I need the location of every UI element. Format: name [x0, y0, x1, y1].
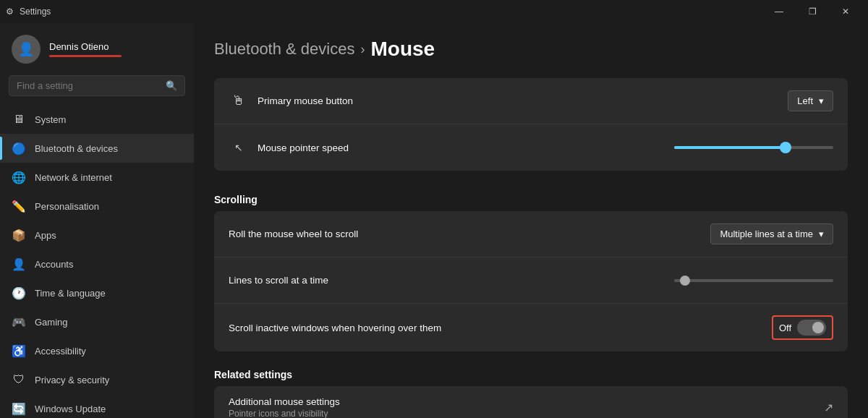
- avatar: 👤: [12, 35, 41, 64]
- gaming-icon: 🎮: [12, 315, 26, 329]
- sidebar-item-label: Apps: [35, 230, 56, 241]
- inactive-scroll-label: Scroll inactive windows when hovering ov…: [229, 323, 772, 333]
- sidebar-item-label: Windows Update: [35, 404, 106, 414]
- scrolling-section: Roll the mouse wheel to scroll Multiple …: [214, 211, 848, 351]
- breadcrumb-parent: Bluetooth & devices: [214, 40, 354, 59]
- chevron-down-icon: ▾: [819, 229, 824, 239]
- pointer-speed-slider[interactable]: [674, 146, 833, 149]
- additional-mouse-text: Additional mouse settings Pointer icons …: [229, 396, 824, 418]
- sidebar: 👤 Dennis Otieno 🔍 🖥 System 🔵 Bluetooth &…: [0, 23, 194, 418]
- maximize-button[interactable]: ❐: [796, 0, 829, 23]
- external-link-icon[interactable]: ↗: [824, 401, 833, 414]
- content-area: Bluetooth & devices › Mouse 🖱 Primary mo…: [194, 23, 868, 418]
- sidebar-item-personalisation[interactable]: ✏️ Personalisation: [0, 192, 194, 221]
- sidebar-item-label: Network & internet: [35, 172, 112, 183]
- related-settings-title: Related settings: [214, 360, 848, 386]
- search-box[interactable]: 🔍: [9, 75, 185, 96]
- sidebar-item-label: Bluetooth & devices: [35, 143, 118, 154]
- sidebar-item-label: Accessibility: [35, 346, 86, 357]
- red-arrow: [783, 348, 841, 351]
- scrolling-section-title: Scrolling: [214, 179, 848, 211]
- primary-button-dropdown[interactable]: Left ▾: [788, 90, 833, 111]
- close-button[interactable]: ✕: [829, 0, 862, 23]
- sidebar-item-label: Time & language: [35, 288, 106, 299]
- scroll-mode-label: Roll the mouse wheel to scroll: [229, 229, 710, 239]
- update-icon: 🔄: [12, 401, 26, 416]
- scroll-mode-row: Roll the mouse wheel to scroll Multiple …: [214, 211, 848, 257]
- system-icon: 🖥: [12, 112, 26, 127]
- app-title: Settings: [20, 7, 51, 17]
- additional-mouse-row: Additional mouse settings Pointer icons …: [214, 386, 848, 418]
- sidebar-item-apps[interactable]: 📦 Apps: [0, 221, 194, 249]
- sidebar-item-network[interactable]: 🌐 Network & internet: [0, 163, 194, 192]
- inactive-scroll-toggle-container: Off: [772, 315, 833, 340]
- related-settings-section: Additional mouse settings Pointer icons …: [214, 386, 848, 418]
- sidebar-item-system[interactable]: 🖥 System: [0, 105, 194, 134]
- sidebar-item-label: Personalisation: [35, 201, 99, 212]
- app-body: 👤 Dennis Otieno 🔍 🖥 System 🔵 Bluetooth &…: [0, 23, 868, 418]
- breadcrumb-separator: ›: [360, 42, 365, 57]
- inactive-scroll-control: Off: [772, 315, 833, 340]
- avatar-icon: 👤: [18, 41, 34, 57]
- primary-button-control: Left ▾: [788, 90, 833, 111]
- pointer-speed-row: ↖ Mouse pointer speed: [214, 124, 848, 171]
- inactive-scroll-row: Scroll inactive windows when hovering ov…: [214, 304, 848, 351]
- inactive-scroll-toggle[interactable]: [797, 320, 826, 336]
- sidebar-item-label: Gaming: [35, 317, 68, 328]
- sidebar-item-label: System: [35, 114, 66, 125]
- bluetooth-icon: 🔵: [12, 141, 26, 155]
- lines-scroll-slider[interactable]: [674, 279, 833, 282]
- primary-mouse-button-row: 🖱 Primary mouse button Left ▾: [214, 78, 848, 124]
- primary-button-label: Primary mouse button: [249, 95, 788, 106]
- additional-mouse-subtitle: Pointer icons and visibility: [229, 409, 824, 418]
- breadcrumb: Bluetooth & devices › Mouse: [214, 38, 848, 61]
- search-icon: 🔍: [166, 80, 177, 91]
- pointer-icon: ↖: [229, 142, 249, 153]
- sidebar-item-label: Privacy & security: [35, 375, 109, 385]
- sidebar-item-time[interactable]: 🕐 Time & language: [0, 278, 194, 307]
- sidebar-item-privacy[interactable]: 🛡 Privacy & security: [0, 365, 194, 394]
- titlebar-left: ⚙ Settings: [6, 7, 51, 17]
- primary-button-value: Left: [797, 95, 813, 106]
- scroll-mode-dropdown[interactable]: Multiple lines at a time ▾: [710, 223, 833, 244]
- lines-scroll-control: [674, 279, 833, 282]
- pointer-speed-label: Mouse pointer speed: [249, 142, 674, 153]
- lines-scroll-row: Lines to scroll at a time: [214, 257, 848, 304]
- accessibility-icon: ♿: [12, 344, 26, 358]
- sidebar-item-bluetooth[interactable]: 🔵 Bluetooth & devices: [0, 134, 194, 163]
- privacy-icon: 🛡: [12, 372, 26, 387]
- minimize-button[interactable]: —: [762, 0, 796, 23]
- toggle-knob: [812, 322, 824, 333]
- sidebar-item-label: Accounts: [35, 259, 73, 270]
- settings-icon: ⚙: [6, 7, 14, 17]
- lines-scroll-label: Lines to scroll at a time: [229, 275, 674, 286]
- apps-icon: 📦: [12, 228, 26, 242]
- pointer-speed-control: [674, 146, 833, 149]
- toggle-off-label: Off: [779, 323, 791, 333]
- search-input[interactable]: [17, 80, 160, 91]
- personalisation-icon: ✏️: [12, 199, 26, 213]
- scroll-mode-value: Multiple lines at a time: [720, 229, 813, 239]
- scroll-mode-control: Multiple lines at a time ▾: [710, 223, 833, 244]
- user-section: 👤 Dennis Otieno: [0, 23, 194, 69]
- chevron-down-icon: ▾: [819, 95, 824, 106]
- sidebar-item-gaming[interactable]: 🎮 Gaming: [0, 307, 194, 336]
- sidebar-item-accessibility[interactable]: ♿ Accessibility: [0, 336, 194, 365]
- mouse-icon: 🖱: [229, 93, 249, 108]
- accounts-icon: 👤: [12, 257, 26, 271]
- breadcrumb-current: Mouse: [370, 38, 435, 61]
- user-bar-decoration: [49, 55, 122, 57]
- titlebar-controls: — ❐ ✕: [762, 0, 862, 23]
- nav-list: 🖥 System 🔵 Bluetooth & devices 🌐 Network…: [0, 102, 194, 418]
- network-icon: 🌐: [12, 170, 26, 184]
- additional-mouse-title: Additional mouse settings: [229, 396, 824, 407]
- sidebar-item-accounts[interactable]: 👤 Accounts: [0, 249, 194, 278]
- time-icon: 🕐: [12, 286, 26, 300]
- titlebar: ⚙ Settings — ❐ ✕: [0, 0, 868, 23]
- user-name: Dennis Otieno: [49, 41, 122, 52]
- user-info: Dennis Otieno: [49, 41, 122, 57]
- mouse-main-section: 🖱 Primary mouse button Left ▾ ↖ Mouse po…: [214, 78, 848, 171]
- sidebar-item-update[interactable]: 🔄 Windows Update: [0, 394, 194, 418]
